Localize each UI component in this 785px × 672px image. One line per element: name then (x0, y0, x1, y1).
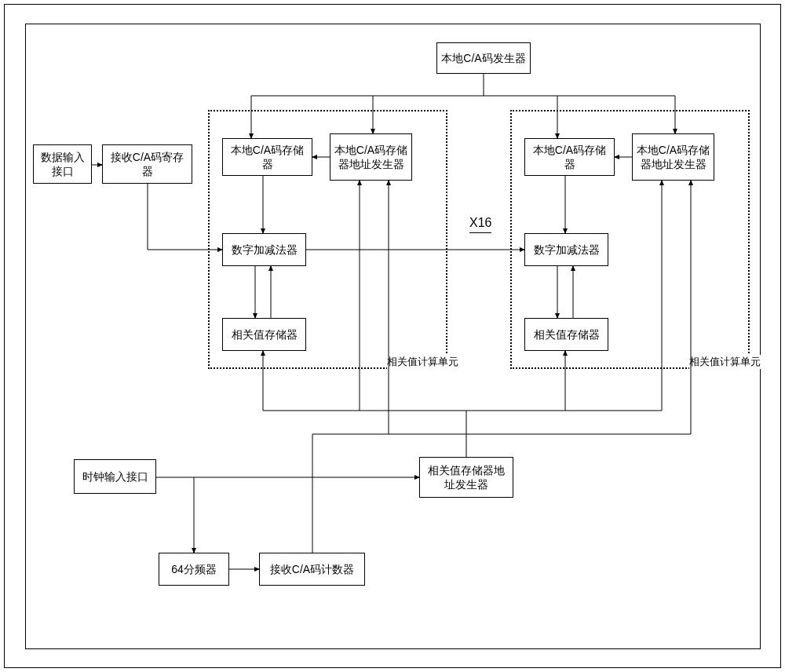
box-corr-store-R: 相关值存储器 (524, 318, 608, 351)
label-x16: X16 (469, 216, 491, 233)
box-adder-L: 数字加减法器 (222, 233, 306, 266)
box-divider: 64分频器 (159, 553, 229, 586)
box-recv-counter: 接收C/A码计数器 (259, 553, 365, 586)
box-adder-R: 数字加减法器 (524, 233, 608, 266)
box-local-addr-gen-R: 本地C/A码存储器地址发生器 (632, 133, 714, 181)
box-top-generator: 本地C/A码发生器 (436, 42, 531, 74)
box-data-input: 数据输入接口 (33, 144, 92, 184)
label-unit-L: 相关值计算单元 (387, 355, 458, 369)
diagram-canvas: 本地C/A码发生器 数据输入接口 接收C/A码寄存器 本地C/A码存储器 本地C… (0, 0, 785, 672)
box-clock-input: 时钟输入接口 (74, 459, 156, 494)
label-unit-R: 相关值计算单元 (689, 355, 761, 369)
box-corr-addr-gen: 相关值存储器地址发生器 (419, 457, 513, 498)
box-corr-store-L: 相关值存储器 (222, 318, 306, 351)
box-local-store-R: 本地C/A码存储器 (524, 138, 615, 176)
box-local-addr-gen-L: 本地C/A码存储器地址发生器 (330, 133, 412, 181)
box-recv-register: 接收C/A码寄存器 (102, 144, 192, 184)
box-local-store-L: 本地C/A码存储器 (222, 138, 312, 176)
